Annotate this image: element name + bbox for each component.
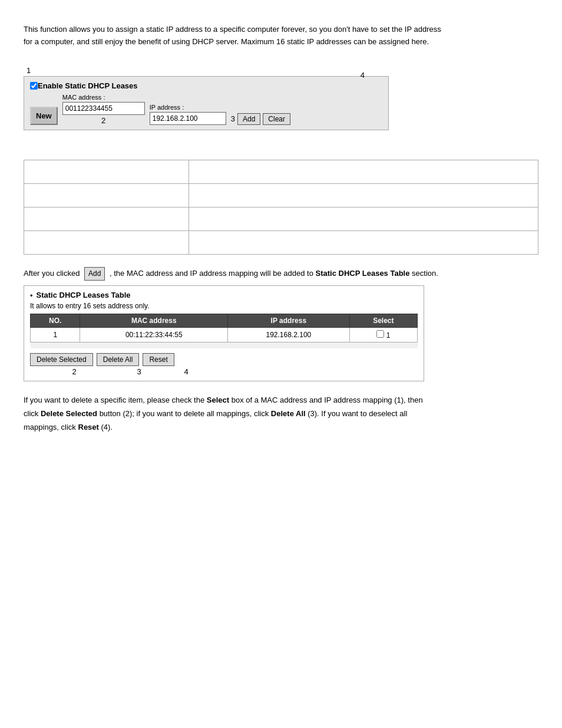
table-cell	[24, 160, 189, 183]
after-click-part2: , the MAC address and IP address mapping…	[110, 269, 313, 278]
leases-num-labels: 2 3 4	[36, 367, 418, 376]
reset-button[interactable]: Reset	[143, 353, 174, 366]
form-inputs-row: New MAC address : 2 IP address : 3 Add C…	[30, 94, 382, 125]
leases-actions-container: Delete Selected Delete All Reset 2 3 4	[30, 353, 418, 376]
table-row	[24, 207, 538, 230]
table-cell	[24, 207, 189, 230]
bottom-explanation: If you want to delete a specific item, p…	[24, 393, 538, 434]
col-no: NO.	[31, 314, 80, 328]
form-section: 1 Enable Static DHCP Leases 4 New MAC ad…	[24, 66, 389, 142]
mac-label: MAC address :	[62, 94, 145, 101]
ip-input[interactable]	[150, 112, 226, 125]
after-click-table-ref: Static DHCP Leases Table	[316, 269, 412, 278]
table-cell	[24, 183, 189, 207]
static-dhcp-form-box: Enable Static DHCP Leases 4 New MAC addr…	[24, 76, 389, 130]
table-row: 1 00:11:22:33:44:55 192.168.2.100 1	[31, 328, 418, 342]
clear-button[interactable]: Clear	[263, 113, 290, 125]
num1-label: 1	[27, 66, 389, 75]
delete-selected-button[interactable]: Delete Selected	[30, 353, 93, 366]
table-cell	[189, 160, 538, 183]
num3-label: 3	[231, 114, 235, 123]
add-inline-btn: Add	[84, 267, 105, 281]
leases-section: • Static DHCP Leases Table It allows to …	[24, 285, 424, 381]
after-click-part3: section.	[412, 269, 438, 278]
table-row	[24, 230, 538, 254]
after-click-part1: After you clicked	[24, 269, 80, 278]
num2-label: 2	[62, 116, 145, 125]
enable-static-dhcp-label: Enable Static DHCP Leases	[38, 81, 138, 90]
leases-table-subtitle: It allows to entry 16 sets address only.	[30, 302, 418, 310]
num4-label: 4	[361, 71, 365, 80]
table-row	[24, 183, 538, 207]
col-mac: MAC address	[80, 314, 228, 328]
bottom-line2: click Delete Selected button (2); if you…	[24, 407, 538, 420]
description-block: This function allows you to assign a sta…	[24, 24, 538, 48]
bottom-line1: If you want to delete a specific item, p…	[24, 393, 538, 407]
mac-input[interactable]	[62, 102, 145, 115]
table-cell	[189, 207, 538, 230]
table-header-row: NO. MAC address IP address Select	[31, 314, 418, 328]
desc-line1: This function allows you to assign a sta…	[24, 24, 538, 36]
new-button[interactable]: New	[30, 107, 58, 125]
leases-data-table: NO. MAC address IP address Select 1 00:1…	[30, 314, 418, 348]
leases-num3: 3	[113, 367, 166, 376]
mac-field-group: MAC address : 2	[62, 94, 145, 125]
after-click-text: After you clicked Add , the MAC address …	[24, 266, 538, 281]
leases-table-title: Static DHCP Leases Table	[37, 291, 131, 299]
table-cell	[189, 183, 538, 207]
bottom-line3: mappings, click Reset (4).	[24, 420, 538, 434]
table-cell	[189, 230, 538, 254]
table-row-empty	[31, 342, 418, 348]
ip-field-group: IP address :	[150, 104, 226, 125]
desc-line2: for a computer, and still enjoy the bene…	[24, 36, 538, 48]
col-select: Select	[349, 314, 417, 328]
row-mac: 00:11:22:33:44:55	[80, 328, 228, 342]
ip-label: IP address :	[150, 104, 226, 111]
row-select: 1	[349, 328, 417, 342]
leases-action-buttons: Delete Selected Delete All Reset	[30, 353, 418, 366]
select-checkbox[interactable]	[376, 330, 384, 338]
row-ip: 192.168.2.100	[228, 328, 350, 342]
col-ip: IP address	[228, 314, 350, 328]
table-row	[24, 160, 538, 183]
table-cell	[24, 230, 189, 254]
leases-num4: 4	[166, 367, 207, 376]
bullet-icon: •	[30, 291, 33, 300]
action-buttons-group: 3 Add Clear	[231, 113, 290, 125]
empty-entries-table	[24, 160, 538, 255]
delete-all-button[interactable]: Delete All	[97, 353, 140, 366]
add-button[interactable]: Add	[237, 113, 260, 125]
leases-num2: 2	[36, 367, 113, 376]
row-no: 1	[31, 328, 80, 342]
enable-static-dhcp-checkbox[interactable]	[30, 82, 38, 90]
